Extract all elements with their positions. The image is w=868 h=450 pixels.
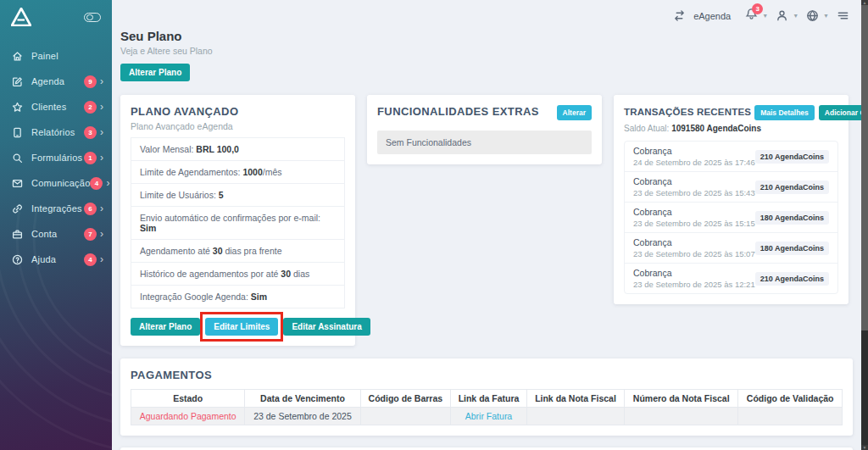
chevron-right-icon: › — [100, 204, 103, 213]
sidebar-item-label: Agenda — [31, 76, 84, 86]
menu-count-badge: 1 — [84, 152, 97, 164]
sidebar-item-label: Clientes — [31, 102, 84, 112]
briefcase-icon — [11, 228, 24, 241]
alterar-extras-button[interactable]: Alterar — [557, 105, 592, 120]
mais-detalhes-button[interactable]: Mais Detalhes — [754, 105, 815, 120]
sidebar-item-integracoes[interactable]: Integrações 6 › — [0, 196, 112, 221]
transactions-list: Cobrança 24 de Setembro de 2025 às 17:46… — [624, 141, 838, 294]
transaction-date: 24 de Setembro de 2025 às 17:46 — [633, 158, 755, 167]
plan-feature-item: Histórico de agendamentos por até 30 dia… — [131, 262, 345, 286]
chevron-right-icon: › — [100, 255, 103, 264]
editar-limites-button[interactable]: Editar Limites — [205, 318, 278, 336]
payments-title: PAGAMENTOS — [131, 369, 843, 381]
sidebar-item-clientes[interactable]: Clientes 2 › — [0, 94, 112, 119]
editar-assinatura-button[interactable]: Editar Assinatura — [283, 318, 370, 336]
plan-feature-item: Envio automático de confirmações por e-m… — [131, 206, 345, 240]
alterar-plano-button[interactable]: Alterar Plano — [131, 318, 200, 336]
menu-count-badge: 2 — [84, 101, 97, 114]
plan-feature-item: Integração Google Agenda: Sim — [131, 285, 345, 308]
transaction-date: 23 de Setembro de 2025 às 15:43 — [633, 188, 755, 197]
edit-icon — [11, 75, 24, 88]
transaction-item: Cobrança 23 de Setembro de 2025 às 12:21… — [625, 264, 837, 293]
scrollbar-down-arrow[interactable]: ▼ — [861, 445, 868, 450]
menu-count-badge: 7 — [84, 228, 97, 241]
sidebar-item-label: Comunicação — [31, 178, 90, 188]
main-content: eAgenda 3 ▼ ▼ ▼ Seu Plano Veja e Altere … — [112, 0, 861, 450]
notifications-bell-icon[interactable]: 3 — [745, 8, 758, 24]
sidebar-item-label: Formulários — [31, 153, 84, 163]
caret-down-icon: ▼ — [793, 13, 798, 19]
sidebar: Painel › Agenda 9 › Clientes 2 › Relatór… — [0, 0, 112, 450]
vertical-scrollbar[interactable]: ▲ ▼ — [861, 0, 868, 450]
menu-count-badge: 4 — [90, 177, 103, 190]
transaction-item: Cobrança 23 de Setembro de 2025 às 15:15… — [625, 203, 837, 233]
plan-feature-item: Valor Mensal: BRL 100,0 — [131, 137, 345, 161]
payments-cell — [738, 408, 843, 425]
payments-cell: 23 de Setembro de 2025 — [245, 408, 360, 425]
transaction-item: Cobrança 24 de Setembro de 2025 às 17:46… — [625, 142, 837, 172]
transaction-date: 23 de Setembro de 2025 às 15:07 — [633, 249, 755, 258]
sidebar-item-label: Integrações — [31, 203, 84, 214]
caret-down-icon: ▼ — [762, 13, 768, 19]
payments-column-header: Código de Barras — [360, 390, 451, 408]
menu-hamburger-icon[interactable] — [837, 9, 849, 22]
payments-column-header: Estado — [131, 390, 245, 408]
app-name: eAgenda — [693, 11, 731, 21]
plan-feature-item: Limite de Usuários: 5 — [131, 183, 345, 207]
alterar-plano-button[interactable]: Alterar Plano — [120, 64, 190, 81]
home-icon — [11, 50, 24, 63]
transactions-card-title: TRANSAÇÕES RECENTES — [624, 105, 751, 117]
transactions-card: TRANSAÇÕES RECENTES Mais Detalhes Adicio… — [614, 95, 849, 304]
sidebar-item-agenda[interactable]: Agenda 9 › — [0, 69, 112, 94]
switch-account-icon[interactable] — [673, 9, 686, 22]
app-logo — [11, 8, 31, 26]
payments-column-header: Data de Vencimento — [245, 390, 360, 408]
extras-empty-message: Sem Funcionalidades — [377, 131, 592, 154]
payments-cell — [526, 408, 624, 425]
tablet-icon — [11, 126, 24, 139]
scrollbar-thumb[interactable] — [861, 5, 868, 331]
menu-count-badge: 9 — [84, 75, 97, 88]
transaction-amount-badge: 210 AgendaCoins — [755, 272, 829, 286]
help-icon — [11, 253, 24, 266]
transaction-name: Cobrança — [633, 237, 755, 247]
sidebar-item-label: Relatórios — [31, 127, 84, 137]
sidebar-item-label: Painel — [31, 51, 103, 61]
sidebar-item-formularios[interactable]: Formulários 1 › — [0, 145, 112, 170]
chevron-right-icon: › — [106, 179, 109, 187]
search-icon — [11, 152, 24, 164]
menu-count-badge: 6 — [84, 203, 97, 215]
plan-feature-list: Valor Mensal: BRL 100,0Limite de Agendam… — [131, 137, 345, 308]
payments-card: PAGAMENTOS EstadoData de VencimentoCódig… — [120, 358, 853, 436]
sidebar-toggle-icon[interactable] — [84, 13, 101, 22]
transaction-name: Cobrança — [633, 176, 755, 186]
sidebar-item-relatorios[interactable]: Relatórios 3 › — [0, 119, 112, 145]
transaction-amount-badge: 210 AgendaCoins — [755, 181, 829, 194]
payments-table: EstadoData de VencimentoCódigo de Barras… — [131, 389, 843, 425]
chevron-right-icon: › — [100, 153, 103, 162]
payments-row: Aguardando Pagamento23 de Setembro de 20… — [131, 408, 843, 425]
chevron-right-icon: › — [100, 77, 103, 86]
plan-card-title: PLANO AVANÇADO — [131, 105, 345, 118]
transaction-name: Cobrança — [633, 146, 755, 156]
user-profile-icon[interactable] — [776, 9, 788, 22]
payments-cell — [625, 408, 738, 425]
sidebar-item-label: Conta — [31, 229, 84, 239]
abrir-fatura-link[interactable]: Abrir Fatura — [451, 408, 527, 425]
sidebar-item-conta[interactable]: Conta 7 › — [0, 221, 112, 247]
transaction-item: Cobrança 23 de Setembro de 2025 às 15:07… — [625, 233, 837, 264]
sidebar-menu: Painel › Agenda 9 › Clientes 2 › Relatór… — [0, 43, 112, 272]
chevron-right-icon: › — [100, 103, 103, 111]
language-globe-icon[interactable] — [806, 9, 819, 22]
star-icon — [11, 101, 24, 114]
payments-column-header: Código de Validação — [738, 390, 843, 408]
plan-card-subtitle: Plano Avançado eAgenda — [131, 121, 345, 131]
sidebar-item-ajuda[interactable]: Ajuda 4 › — [0, 247, 112, 272]
transaction-date: 23 de Setembro de 2025 às 15:15 — [633, 219, 755, 228]
transaction-item: Cobrança 23 de Setembro de 2025 às 15:43… — [625, 172, 837, 203]
sidebar-item-painel[interactable]: Painel › — [0, 43, 112, 69]
sidebar-item-comunicacao[interactable]: Comunicação 4 › — [0, 170, 112, 196]
transaction-name: Cobrança — [633, 268, 755, 278]
transaction-date: 23 de Setembro de 2025 às 12:21 — [633, 280, 755, 289]
payments-column-header: Link da Fatura — [451, 390, 527, 408]
